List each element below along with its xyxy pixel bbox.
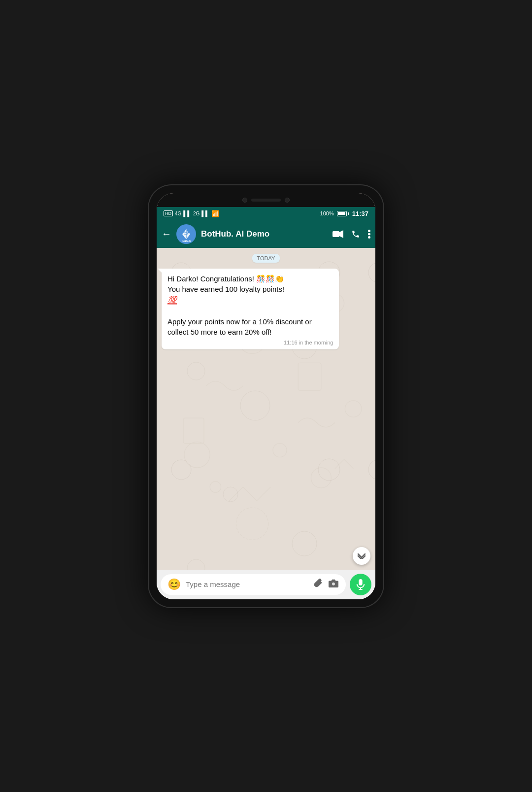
header-icons bbox=[332, 230, 370, 239]
date-badge: TODAY bbox=[252, 254, 280, 263]
message-bubble: Hi Darko! Congratulations! 🎊🎊👏 You have … bbox=[162, 269, 339, 350]
svg-rect-9 bbox=[298, 363, 321, 390]
svg-point-16 bbox=[210, 481, 221, 492]
phone-notch bbox=[157, 193, 375, 207]
microphone-icon bbox=[356, 579, 365, 590]
attach-button[interactable] bbox=[313, 578, 323, 590]
contact-avatar: bothub bbox=[176, 224, 196, 244]
battery-tip bbox=[348, 212, 349, 215]
emoji-picker-button[interactable]: 😊 bbox=[167, 578, 181, 591]
svg-rect-19 bbox=[359, 579, 362, 585]
svg-point-3 bbox=[368, 230, 370, 232]
message-line1: Hi Darko! Congratulations! 🎊🎊👏 bbox=[167, 275, 284, 283]
phone-screen: HD 4G ▌▌ 2G ▌▌ 📶 100% 11:37 ← bbox=[157, 193, 375, 599]
signal-bars-2: ▌▌ bbox=[201, 210, 209, 216]
svg-point-4 bbox=[368, 233, 370, 235]
clock: 11:37 bbox=[352, 210, 368, 217]
svg-point-5 bbox=[368, 236, 370, 239]
voice-call-icon[interactable] bbox=[351, 230, 360, 239]
scroll-down-button[interactable] bbox=[353, 547, 370, 565]
camera-icon bbox=[328, 578, 339, 588]
svg-point-13 bbox=[345, 400, 362, 417]
message-input[interactable] bbox=[186, 580, 308, 588]
battery-body bbox=[337, 211, 347, 216]
chat-input-bar: 😊 bbox=[157, 570, 375, 599]
bothub-logo-icon bbox=[179, 227, 193, 241]
mic-button[interactable] bbox=[350, 574, 371, 595]
svg-point-11 bbox=[311, 467, 331, 487]
camera-dot bbox=[242, 198, 247, 203]
paperclip-icon bbox=[313, 578, 323, 588]
status-bar: HD 4G ▌▌ 2G ▌▌ 📶 100% 11:37 bbox=[157, 207, 375, 220]
wifi-icon: 📶 bbox=[211, 210, 219, 217]
network1-label: 4G bbox=[175, 211, 181, 216]
svg-point-10 bbox=[184, 442, 210, 467]
svg-rect-1 bbox=[332, 231, 339, 237]
avatar-label: bothub bbox=[182, 240, 191, 242]
svg-marker-2 bbox=[339, 230, 343, 238]
svg-rect-14 bbox=[183, 418, 204, 443]
hd-indicator: HD bbox=[164, 210, 173, 216]
chevron-down-icon bbox=[357, 553, 366, 559]
avatar-inner: bothub bbox=[176, 224, 196, 244]
network2-label: 2G bbox=[193, 211, 200, 216]
signal-bars-1: ▌▌ bbox=[183, 210, 191, 216]
chat-header: ← bothub BotHub. AI Demo bbox=[157, 220, 375, 248]
svg-point-15 bbox=[273, 443, 287, 457]
video-call-icon[interactable] bbox=[332, 230, 343, 238]
back-button[interactable]: ← bbox=[162, 228, 171, 240]
chat-body: TODAY Hi Darko! Congratulations! 🎊🎊👏 You… bbox=[157, 248, 375, 570]
battery-fill bbox=[338, 212, 345, 215]
status-left: HD 4G ▌▌ 2G ▌▌ 📶 bbox=[164, 210, 219, 217]
message-line2: You have earned 100 loyalty points! bbox=[167, 285, 284, 293]
message-text: Hi Darko! Congratulations! 🎊🎊👏 You have … bbox=[167, 274, 333, 338]
status-right: 100% 11:37 bbox=[320, 210, 368, 217]
contact-name: BotHub. AI Demo bbox=[201, 229, 328, 239]
message-input-wrap: 😊 bbox=[161, 574, 346, 595]
battery-percent: 100% bbox=[320, 210, 334, 216]
camera-dot2 bbox=[285, 198, 290, 203]
message-emoji-100: 💯 bbox=[167, 296, 177, 304]
svg-point-12 bbox=[236, 508, 268, 540]
message-line3: Apply your points now for a 10% discount… bbox=[167, 317, 312, 337]
speaker-slot bbox=[251, 199, 281, 202]
battery-icon bbox=[337, 211, 349, 216]
camera-button[interactable] bbox=[328, 578, 339, 590]
menu-icon[interactable] bbox=[368, 230, 370, 239]
message-time: 11:16 in the morning bbox=[167, 340, 333, 345]
phone-device: HD 4G ▌▌ 2G ▌▌ 📶 100% 11:37 ← bbox=[148, 184, 384, 608]
